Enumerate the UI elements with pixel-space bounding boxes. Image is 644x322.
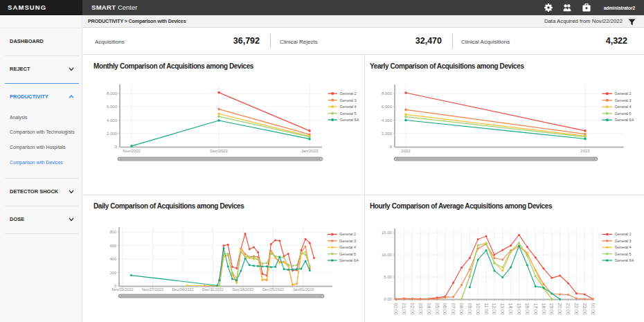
svg-text:2,000: 2,000 [382, 132, 393, 136]
svg-text:General 4: General 4 [340, 105, 357, 109]
svg-text:8,000: 8,000 [382, 91, 393, 96]
svg-text:Dec/2022: Dec/2022 [210, 149, 228, 153]
svg-text:Dec/25/2022: Dec/25/2022 [262, 287, 284, 292]
svg-text:08:00: 08:00 [459, 303, 464, 315]
svg-text:600: 600 [110, 244, 116, 248]
svg-text:0: 0 [390, 145, 393, 149]
svg-text:10:00: 10:00 [476, 303, 481, 315]
svg-text:General 3: General 3 [340, 98, 357, 102]
svg-text:00:00: 00:00 [591, 303, 596, 315]
svg-text:General 3: General 3 [339, 239, 356, 243]
svg-text:General 5: General 5 [615, 252, 632, 256]
svg-text:General 6A: General 6A [615, 118, 634, 122]
svg-text:0.00: 0.00 [384, 297, 392, 301]
svg-text:00:00: 00:00 [393, 303, 398, 315]
svg-text:5.00: 5.00 [384, 275, 392, 279]
svg-text:General 2: General 2 [340, 91, 357, 96]
svg-text:2,000: 2,000 [107, 132, 118, 136]
svg-text:Jan/2023: Jan/2023 [301, 149, 319, 153]
svg-text:06:00: 06:00 [442, 303, 447, 315]
svg-text:Nov/20/2022: Nov/20/2022 [111, 287, 133, 292]
svg-text:15:00: 15:00 [517, 303, 521, 315]
svg-text:General 5: General 5 [615, 111, 632, 116]
svg-text:07:00: 07:00 [451, 303, 456, 315]
svg-text:General 4: General 4 [339, 245, 356, 249]
svg-text:09:00: 09:00 [467, 303, 472, 315]
svg-text:200: 200 [110, 271, 116, 275]
svg-text:8,000: 8,000 [107, 91, 118, 96]
svg-text:20:00: 20:00 [557, 303, 562, 315]
svg-text:6,000: 6,000 [382, 105, 393, 109]
svg-text:Nov/27/2022: Nov/27/2022 [142, 287, 163, 292]
svg-text:General 2: General 2 [615, 91, 632, 96]
svg-text:19:00: 19:00 [549, 303, 554, 315]
svg-text:03:00: 03:00 [418, 303, 423, 315]
svg-text:13:00: 13:00 [500, 303, 505, 315]
svg-text:800: 800 [110, 230, 116, 234]
svg-text:04:00: 04:00 [427, 303, 431, 315]
svg-text:General 3: General 3 [615, 239, 632, 243]
svg-text:22:00: 22:00 [574, 303, 579, 315]
svg-text:General 6A: General 6A [339, 258, 359, 262]
svg-text:400: 400 [110, 257, 116, 261]
svg-text:Dec/18/2022: Dec/18/2022 [232, 287, 253, 292]
svg-text:General 4: General 4 [615, 105, 632, 109]
svg-text:4,000: 4,000 [107, 118, 118, 123]
svg-text:16:00: 16:00 [525, 303, 530, 315]
svg-text:General 4: General 4 [615, 245, 632, 249]
svg-text:General 2: General 2 [615, 232, 632, 236]
svg-text:01:00: 01:00 [402, 303, 406, 315]
svg-text:11:00: 11:00 [484, 303, 489, 315]
svg-text:Dec/11/2022: Dec/11/2022 [202, 287, 224, 292]
svg-text:23:00: 23:00 [582, 303, 587, 315]
svg-text:02:00: 02:00 [410, 303, 415, 315]
svg-text:Nov/2022: Nov/2022 [123, 149, 141, 153]
svg-text:General 5: General 5 [340, 111, 357, 116]
svg-text:2022: 2022 [401, 149, 411, 153]
svg-text:4,000: 4,000 [382, 118, 393, 123]
svg-text:General 2: General 2 [339, 232, 356, 236]
svg-text:21:00: 21:00 [566, 303, 571, 315]
svg-text:Jan/01/2023: Jan/01/2023 [293, 287, 314, 292]
svg-text:General 5: General 5 [339, 252, 356, 256]
svg-text:6,000: 6,000 [107, 105, 118, 109]
svg-text:14:00: 14:00 [508, 303, 513, 315]
svg-text:15.00: 15.00 [382, 231, 393, 235]
svg-text:05:00: 05:00 [435, 303, 440, 315]
svg-text:17:00: 17:00 [533, 303, 538, 315]
svg-text:12:00: 12:00 [492, 303, 497, 315]
svg-text:0: 0 [115, 145, 118, 149]
svg-text:General 6A: General 6A [615, 258, 634, 262]
svg-text:General 3: General 3 [615, 98, 632, 102]
svg-text:General 6A: General 6A [340, 118, 359, 122]
svg-text:10.00: 10.00 [382, 253, 393, 257]
svg-text:Dec/04/2022: Dec/04/2022 [172, 287, 193, 292]
svg-text:2023: 2023 [580, 149, 590, 153]
svg-text:18:00: 18:00 [542, 303, 546, 315]
